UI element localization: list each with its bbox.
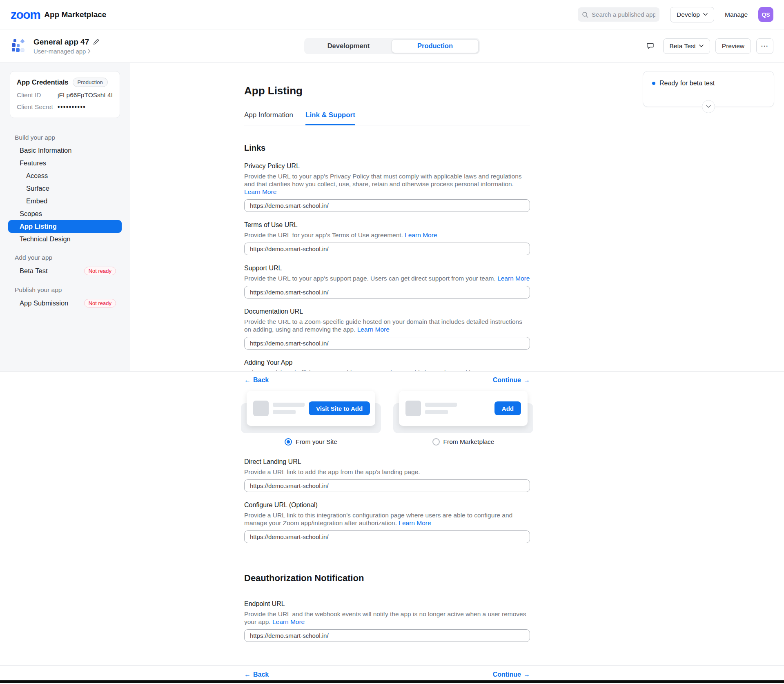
app-header: General app 47 User-managed app Developm… bbox=[0, 29, 784, 63]
more-icon: ··· bbox=[761, 42, 769, 50]
production-badge: Production bbox=[73, 78, 108, 87]
main-panel: App Listing App Information Link & Suppo… bbox=[244, 63, 530, 642]
terms-of-use-url-input[interactable] bbox=[244, 243, 530, 255]
configure-url-input[interactable] bbox=[244, 530, 530, 543]
tab-link-support[interactable]: Link & Support bbox=[305, 111, 355, 125]
app-credentials-card: App Credentials Production Client ID jFL… bbox=[10, 71, 120, 118]
documentation-url-input[interactable] bbox=[244, 337, 530, 350]
continue-link[interactable]: Continue → bbox=[493, 671, 530, 678]
topnav-actions: Develop Manage QS bbox=[578, 7, 773, 22]
radio-selected-icon[interactable] bbox=[285, 438, 292, 446]
tab-development[interactable]: Development bbox=[305, 39, 392, 53]
sidebar-item-technical-design[interactable]: Technical Design bbox=[8, 233, 122, 245]
preview-button[interactable]: Preview bbox=[715, 38, 751, 54]
field-label: Support URL bbox=[244, 264, 530, 272]
feedback-button[interactable] bbox=[643, 39, 658, 53]
window-bottom-edge bbox=[0, 680, 784, 683]
search-icon bbox=[582, 11, 588, 18]
status-text: Ready for beta test bbox=[659, 80, 715, 87]
sidebar-item-app-listing[interactable]: App Listing bbox=[8, 220, 122, 233]
content-area: App Credentials Production Client ID jFL… bbox=[0, 63, 784, 683]
develop-button[interactable]: Develop bbox=[670, 7, 714, 22]
app-icon bbox=[11, 38, 28, 55]
beta-status-panel: Ready for beta test bbox=[643, 71, 774, 107]
app-identity: General app 47 User-managed app bbox=[11, 38, 100, 55]
field-description: Provide the URL to your app's support pa… bbox=[244, 275, 496, 282]
environment-toggle: Development Production bbox=[304, 38, 480, 54]
search-input[interactable] bbox=[592, 11, 655, 18]
sidebar-item-access[interactable]: Access bbox=[8, 169, 122, 182]
links-heading: Links bbox=[244, 143, 530, 153]
from-marketplace-preview: Add bbox=[396, 391, 530, 426]
privacy-policy-url-input[interactable] bbox=[244, 199, 530, 212]
beta-test-button[interactable]: Beta Test bbox=[663, 38, 710, 54]
field-description: Provide a URL link to this integration's… bbox=[244, 512, 512, 526]
support-url-field: Support URL Provide the URL to your app'… bbox=[244, 264, 530, 299]
from-marketplace-option[interactable]: From Marketplace bbox=[396, 438, 530, 446]
client-id-label: Client ID bbox=[17, 91, 58, 99]
placeholder-avatar bbox=[253, 401, 269, 416]
more-options-button[interactable]: ··· bbox=[756, 38, 773, 54]
zoom-logo[interactable]: zoom bbox=[11, 9, 40, 21]
manage-link[interactable]: Manage bbox=[725, 11, 748, 18]
sidebar-item-surface[interactable]: Surface bbox=[8, 182, 122, 195]
field-label: Endpoint URL bbox=[244, 600, 530, 608]
add-button[interactable]: Add bbox=[494, 401, 521, 415]
learn-more-link[interactable]: Learn More bbox=[399, 519, 431, 526]
chevron-right-icon bbox=[88, 49, 91, 53]
app-type-link[interactable]: User-managed app bbox=[33, 48, 100, 55]
back-link[interactable]: ← Back bbox=[244, 671, 269, 678]
back-link[interactable]: ← Back bbox=[244, 377, 269, 384]
sidebar-item-features[interactable]: Features bbox=[8, 157, 122, 169]
preview-card: Add bbox=[399, 391, 528, 426]
continue-arrow-icon: → bbox=[523, 377, 530, 384]
placeholder-avatar bbox=[405, 401, 421, 416]
radio-unselected-icon[interactable] bbox=[432, 438, 440, 446]
endpoint-url-field: Endpoint URL Provide the URL and the web… bbox=[244, 600, 530, 642]
deauthorization-heading: Deauthorization Notification bbox=[244, 573, 530, 584]
expand-panel-button[interactable] bbox=[702, 100, 715, 113]
field-description: Provide the URL for your app's Terms of … bbox=[244, 232, 403, 238]
learn-more-link[interactable]: Learn More bbox=[405, 232, 437, 238]
tab-app-information[interactable]: App Information bbox=[244, 111, 293, 125]
learn-more-link[interactable]: Learn More bbox=[357, 326, 390, 333]
learn-more-link[interactable]: Learn More bbox=[244, 188, 276, 195]
field-label: Configure URL (Optional) bbox=[244, 501, 530, 509]
status-badge: Not ready bbox=[84, 299, 116, 307]
visit-site-to-add-button[interactable]: Visit Site to Add bbox=[309, 401, 370, 415]
page-footer-bar: ← Back Continue → bbox=[0, 665, 784, 678]
learn-more-link[interactable]: Learn More bbox=[497, 275, 530, 282]
marketplace-title: App Marketplace bbox=[44, 10, 106, 19]
sidebar-item-basic-information[interactable]: Basic Information bbox=[8, 144, 122, 157]
continue-link[interactable]: Continue → bbox=[493, 377, 530, 384]
continue-arrow-icon: → bbox=[523, 671, 530, 678]
field-description: Provide a URL link to add the app from t… bbox=[244, 468, 420, 475]
edit-pencil-icon[interactable] bbox=[93, 38, 100, 45]
page-title: App Listing bbox=[244, 84, 530, 97]
field-label: Privacy Policy URL bbox=[244, 162, 530, 170]
tab-production[interactable]: Production bbox=[392, 39, 479, 53]
zoom-app-marketplace-page: zoom App Marketplace Develop Manage QS bbox=[0, 0, 784, 684]
learn-more-link[interactable]: Learn More bbox=[272, 618, 305, 625]
direct-landing-url-input[interactable] bbox=[244, 479, 530, 492]
chevron-down-icon bbox=[706, 105, 711, 108]
sidebar-item-embed[interactable]: Embed bbox=[8, 195, 122, 207]
sidebar-item-app-submission[interactable]: App Submission Not ready bbox=[8, 296, 122, 310]
client-secret-label: Client Secret bbox=[17, 103, 58, 111]
terms-of-use-field: Terms of Use URL Provide the URL for you… bbox=[244, 221, 530, 255]
search-box[interactable] bbox=[578, 7, 659, 22]
support-url-input[interactable] bbox=[244, 286, 530, 299]
listing-tabs: App Information Link & Support bbox=[244, 111, 530, 125]
from-your-site-option[interactable]: From your Site bbox=[244, 438, 378, 446]
direct-landing-field: Direct Landing URL Provide a URL link to… bbox=[244, 458, 530, 492]
field-label: Documentation URL bbox=[244, 307, 530, 316]
endpoint-url-input[interactable] bbox=[244, 629, 530, 642]
configure-url-field: Configure URL (Optional) Provide a URL l… bbox=[244, 501, 530, 543]
avatar[interactable]: QS bbox=[758, 7, 773, 22]
app-titles: General app 47 User-managed app bbox=[33, 38, 100, 55]
field-description: Provide the URL to your app's Privacy Po… bbox=[244, 173, 522, 187]
field-label: Direct Landing URL bbox=[244, 458, 530, 466]
sidebar-item-scopes[interactable]: Scopes bbox=[8, 207, 122, 220]
sidebar-item-beta-test[interactable]: Beta Test Not ready bbox=[8, 264, 122, 278]
placeholder-text-lines bbox=[273, 403, 305, 414]
